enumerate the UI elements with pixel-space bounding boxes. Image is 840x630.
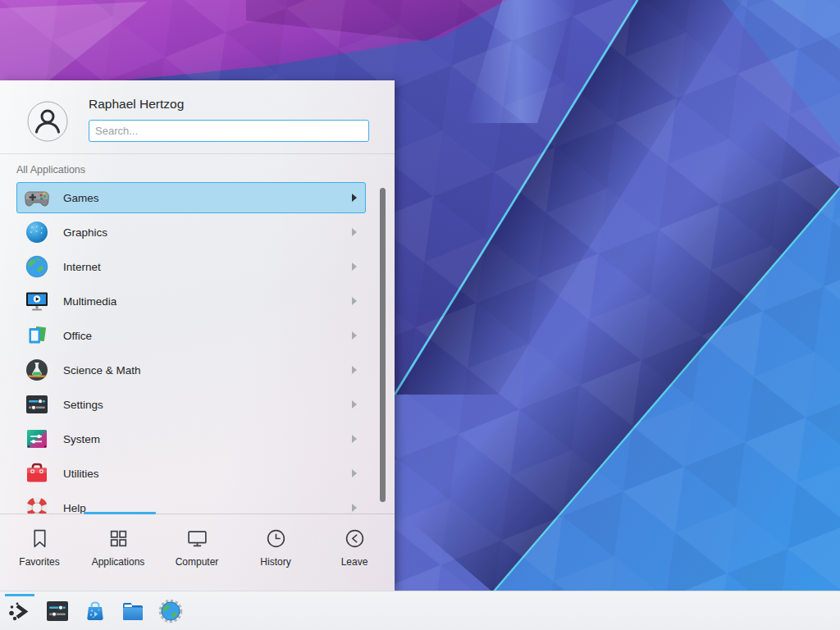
chevron-right-icon xyxy=(352,331,357,340)
category-item-science-math[interactable]: Science & Math xyxy=(16,354,366,386)
category-item-help[interactable]: Help xyxy=(16,492,366,514)
globe-gear-icon xyxy=(158,598,184,624)
tab-history[interactable]: History xyxy=(236,515,315,591)
footer-separator xyxy=(0,514,395,514)
category-label: System xyxy=(63,433,100,445)
category-item-settings[interactable]: Settings xyxy=(16,389,366,420)
tab-label: Favorites xyxy=(19,556,59,568)
system-settings-icon xyxy=(44,598,71,624)
active-tab-indicator xyxy=(84,512,156,514)
category-label: Internet xyxy=(63,261,101,273)
monitor-icon xyxy=(186,527,208,550)
tab-favorites[interactable]: Favorites xyxy=(0,515,79,591)
sliders-color-icon xyxy=(24,426,50,452)
documents-icon xyxy=(24,322,50,349)
category-label: Science & Math xyxy=(63,364,141,377)
category-label: Office xyxy=(63,330,92,342)
tab-label: Applications xyxy=(92,556,145,568)
flask-icon xyxy=(24,357,50,383)
chevron-right-icon xyxy=(352,469,357,477)
sliders-dark-icon xyxy=(24,391,50,418)
discover-bag-icon xyxy=(82,598,108,624)
category-item-internet[interactable]: Internet xyxy=(16,251,366,282)
tab-label: Leave xyxy=(341,556,368,568)
category-item-multimedia[interactable]: Multimedia xyxy=(16,285,366,317)
application-launcher-menu: Raphael Hertzog All Applications xyxy=(0,80,395,591)
tab-computer[interactable]: Computer xyxy=(158,515,236,591)
web-browser-button[interactable] xyxy=(158,598,184,624)
kde-launcher-icon xyxy=(7,598,33,624)
application-launcher-button[interactable] xyxy=(7,598,33,624)
category-item-games[interactable]: Games xyxy=(16,182,366,213)
search-box xyxy=(89,120,369,142)
taskbar: ES 7:03 PM 4/24/21 xyxy=(0,591,840,630)
tab-label: History xyxy=(260,556,290,568)
launcher-active-indicator xyxy=(5,594,34,596)
section-label: All Applications xyxy=(16,164,85,176)
discover-button[interactable] xyxy=(82,598,108,624)
desktop: Raphael Hertzog All Applications xyxy=(0,0,840,630)
grid-icon xyxy=(107,527,130,550)
header-separator xyxy=(0,153,395,154)
tab-applications[interactable]: Applications xyxy=(79,515,158,591)
search-input[interactable] xyxy=(89,120,369,142)
gamepad-icon xyxy=(24,185,50,211)
kickoff-tab-bar: Favorites Applications C xyxy=(0,515,395,591)
toolbox-icon xyxy=(24,460,50,486)
category-label: Games xyxy=(63,192,99,204)
folder-icon xyxy=(120,598,146,624)
leave-circle-icon xyxy=(344,527,366,550)
category-label: Help xyxy=(63,502,86,514)
category-label: Utilities xyxy=(63,468,99,480)
chevron-right-icon xyxy=(352,297,357,305)
graphics-sphere-icon xyxy=(24,219,50,245)
chevron-right-icon xyxy=(352,504,357,512)
lifebuoy-icon xyxy=(24,495,50,514)
category-item-graphics[interactable]: Graphics xyxy=(16,217,366,248)
user-avatar[interactable] xyxy=(27,101,68,142)
tab-label: Computer xyxy=(176,556,219,568)
user-name: Raphael Hertzog xyxy=(89,97,184,112)
category-label: Settings xyxy=(63,399,103,411)
tab-leave[interactable]: Leave xyxy=(315,515,394,591)
chevron-right-icon xyxy=(352,262,357,271)
media-player-icon xyxy=(24,288,50,314)
clock-icon xyxy=(265,527,287,550)
system-settings-button[interactable] xyxy=(44,598,71,624)
chevron-right-icon xyxy=(352,194,357,202)
chevron-right-icon xyxy=(352,400,357,409)
bookmark-icon xyxy=(29,527,51,550)
file-manager-button[interactable] xyxy=(120,598,146,624)
chevron-right-icon xyxy=(352,435,357,443)
chevron-right-icon xyxy=(352,228,357,236)
globe-icon xyxy=(24,253,50,280)
category-item-system[interactable]: System xyxy=(16,423,366,454)
category-list: Games Graph xyxy=(16,182,366,514)
category-label: Multimedia xyxy=(63,295,116,308)
chevron-right-icon xyxy=(352,366,357,374)
category-item-utilities[interactable]: Utilities xyxy=(16,458,366,489)
scrollbar-handle[interactable] xyxy=(380,188,386,502)
category-item-office[interactable]: Office xyxy=(16,320,366,351)
category-label: Graphics xyxy=(63,226,107,239)
